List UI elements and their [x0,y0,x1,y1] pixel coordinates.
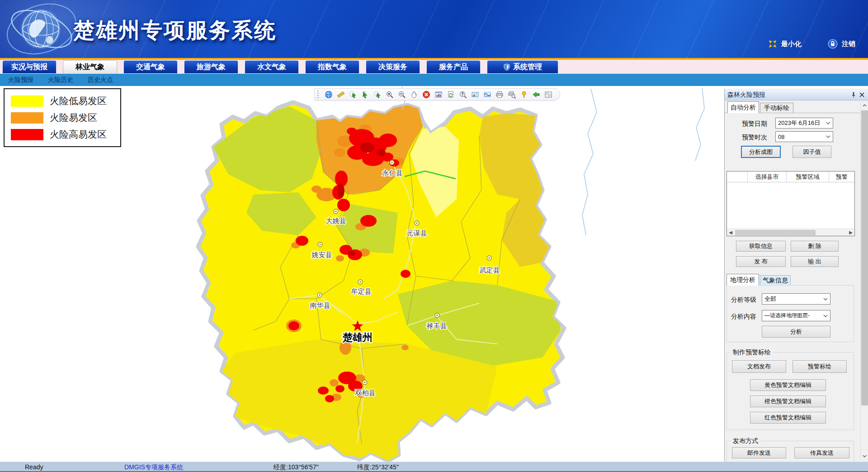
measure-distance-icon[interactable] [336,90,346,100]
orange-warning-doc-button[interactable]: 橙色预警文档编辑 [750,396,826,407]
tab-service-products[interactable]: 服务产品 [426,60,481,73]
red-warning-doc-button[interactable]: 红色预警文档编辑 [750,412,826,424]
refresh-page-icon[interactable] [446,90,456,100]
tab-hydrology-weather[interactable]: 水文气象 [245,60,299,73]
hscroll-thumb[interactable] [735,230,816,235]
map-place-label: 禄丰县 [427,322,447,329]
map-toolbar: ? [314,88,560,100]
scroll-right-arrow[interactable]: ▶ [847,229,854,236]
chart-window-icon[interactable] [434,90,443,100]
warning-table-header: 选择县市 预警区域 预警 [727,172,854,182]
overview-map-icon[interactable] [543,90,553,100]
weather-info-tab[interactable]: 气象信息 [760,275,791,286]
sub-tab-bar: 火险预报 火险历史 历史火点 [0,74,868,86]
lock-icon [828,39,838,49]
warning-date-select[interactable]: 2023年 6月16日 [775,118,833,129]
warning-table-body[interactable] [727,182,854,222]
factor-value-button[interactable]: 因子值 [793,146,831,158]
image-export-icon[interactable] [470,90,480,100]
select-lasso-icon[interactable] [348,90,358,100]
yellow-warning-doc-button[interactable]: 黄色预警文档编辑 [750,379,826,391]
publish-button[interactable]: 发 布 [736,256,786,267]
warning-time-select[interactable]: 08 [775,131,833,142]
publish-method-label: 发布方式 [731,437,760,445]
status-latitude: 纬度:25°32'45" [357,463,399,472]
print-preview-icon[interactable] [507,90,517,100]
map-export-icon[interactable] [482,90,492,100]
legend-swatch-medium [11,112,43,124]
legend-item-medium: 火险易发区 [11,111,115,124]
subtab-fire-forecast[interactable]: 火险预报 [8,76,33,84]
panel-title: 森林火险预报 [727,91,765,99]
globe-icon[interactable] [324,90,334,100]
table-hscrollbar[interactable]: ◀ ▶ [727,229,854,236]
map-place-label: 大姚县 [326,217,346,224]
analysis-content-label: 分析内容 [731,313,756,321]
tab-traffic-weather[interactable]: 交通气象 [123,60,178,73]
analyze-button[interactable]: 分析 [762,326,830,338]
app: 楚雄州专项服务系统 最小化 注销 [0,0,868,472]
fax-send-button[interactable]: 传真发送 [794,447,849,458]
back-arrow-icon[interactable] [531,90,541,100]
pin-icon[interactable] [849,91,858,99]
tab-system-management[interactable]: 系统管理 [487,60,558,73]
analysis-level-select[interactable]: 全部 [762,293,830,305]
tab-index-weather[interactable]: 指数气象 [305,60,359,73]
vscroll-thumb[interactable] [861,110,868,405]
tab-tourism-weather[interactable]: 旅游气象 [184,60,238,73]
forest-fire-panel: 森林火险预报 自动分析 手动标绘 预警日期 2023年 6月16日 预警时次 0… [724,89,868,462]
analyze-to-map-button[interactable]: 分析成图 [741,146,781,158]
panel-tab-manual-plot[interactable]: 手动标绘 [760,103,793,113]
plot-group-label: 制作预警标绘 [731,348,773,357]
map-place-label: 元谋县 [407,229,427,237]
legend-item-high: 火险高易发区 [11,128,115,141]
toolbar-grip[interactable] [316,91,320,99]
map-place-label: 姚安县 [312,251,332,258]
close-icon[interactable] [858,91,866,99]
legend-swatch-low [11,95,43,107]
get-info-button[interactable]: 获取信息 [736,241,786,252]
city-label: 楚雄州 [342,332,373,343]
column-warning: 预警 [829,172,854,182]
subtab-history-firespots[interactable]: 历史火点 [88,76,113,84]
map-place-label: 武定县 [480,266,500,274]
warning-plot-button[interactable]: 预警标绘 [793,360,847,373]
identify-icon[interactable]: ? [458,90,468,100]
geo-analysis-tab[interactable]: 地理分析 [726,274,759,286]
stop-icon[interactable] [421,90,431,100]
tab-forestry-weather[interactable]: 林业气象 [63,60,117,73]
column-blank [727,172,748,182]
print-icon[interactable] [495,90,505,100]
panel-tab-auto-analysis[interactable]: 自动分析 [727,101,759,113]
scroll-left-arrow[interactable]: ◀ [727,229,734,236]
shield-icon [503,63,510,71]
pointer-icon[interactable] [360,90,370,100]
map-place-label: 牟定县 [351,287,372,295]
export-button[interactable]: 输 出 [791,256,839,267]
select-circle-icon[interactable] [373,90,382,100]
minimize-button[interactable]: 最小化 [768,39,802,48]
delete-button[interactable]: 删 除 [791,241,839,252]
zoom-out-icon[interactable] [397,90,407,100]
scroll-down-arrow[interactable] [861,452,868,460]
tab-realtime-forecast[interactable]: 实况与预报 [2,60,57,73]
panel-vscrollbar[interactable] [860,101,868,460]
warning-table[interactable]: 选择县市 预警区域 预警 ◀ ▶ [726,171,855,236]
banner: 楚雄州专项服务系统 最小化 注销 [0,0,868,58]
logout-button[interactable]: 注销 [828,39,855,49]
status-system-link[interactable]: DMGIS专项服务系统 [124,463,183,472]
banner-divider [0,58,868,60]
scroll-up-arrow[interactable] [861,101,868,109]
analysis-content-select[interactable]: —请选择地理图层- [762,310,830,321]
email-send-button[interactable]: 邮件发送 [732,447,786,458]
column-county: 选择县市 [748,172,787,182]
zoom-in-icon[interactable] [385,90,395,100]
doc-publish-button[interactable]: 文档发布 [732,360,786,373]
map-pane[interactable]: 永仁县大姚县元谋县姚安县武定县牟定县南华县禄丰县双柏县楚雄州 火险低易发区 火险… [0,86,724,462]
tab-decision-service[interactable]: 决策服务 [366,60,420,73]
map-place-label: 双柏县 [355,389,376,396]
subtab-fire-history[interactable]: 火险历史 [48,76,73,84]
placemark-icon[interactable] [519,90,529,100]
status-bar: Ready DMGIS专项服务系统 经度:103°56'57" 纬度:25°32… [0,462,868,472]
pan-hand-icon[interactable] [409,90,419,100]
